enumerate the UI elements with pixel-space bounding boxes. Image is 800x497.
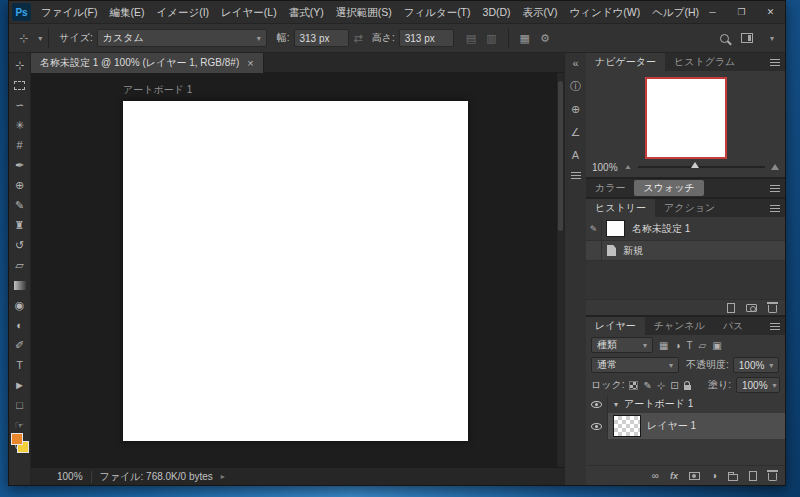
swap-dimensions-icon[interactable]: ⇄ — [354, 32, 363, 45]
layer-filter-dropdown[interactable]: 種類 ▾ — [591, 337, 653, 353]
menu-item-layer[interactable]: レイヤー(L) — [215, 1, 283, 23]
workspace-switcher-icon[interactable] — [741, 33, 753, 43]
straighten-icon[interactable]: ▥ — [486, 32, 496, 45]
type-tool[interactable]: T — [9, 355, 31, 375]
tab-history[interactable]: ヒストリー — [586, 199, 655, 217]
clear-icon[interactable]: ▤ — [466, 32, 476, 45]
navigator-preview[interactable] — [645, 77, 727, 159]
document-tab-close-icon[interactable]: × — [247, 57, 253, 69]
adjustment-layer-icon[interactable]: ◑ — [711, 470, 717, 481]
tab-paths[interactable]: パス — [714, 317, 752, 335]
menu-item-window[interactable]: ウィンドウ(W) — [564, 1, 647, 23]
menu-item-type[interactable]: 書式(Y) — [283, 1, 330, 23]
tab-color[interactable]: カラー — [586, 179, 634, 197]
scrollbar-thumb[interactable] — [558, 81, 563, 231]
tab-channels[interactable]: チャンネル — [645, 317, 714, 335]
blur-tool[interactable]: ◉ — [9, 295, 31, 315]
add-layer-mask-icon[interactable] — [689, 472, 700, 480]
eraser-tool[interactable]: ▱ — [9, 255, 31, 275]
search-icon[interactable] — [720, 34, 729, 43]
menu-item-help[interactable]: ヘルプ(H) — [646, 1, 705, 23]
artboard-visibility-cell[interactable] — [586, 395, 608, 413]
info-panel-icon[interactable]: ⓘ — [570, 80, 581, 92]
artboard-name[interactable]: アートボード 1 — [624, 397, 693, 411]
character-panel-icon[interactable]: A — [572, 149, 579, 161]
filter-type-icon[interactable]: T — [687, 340, 693, 351]
tab-navigator[interactable]: ナビゲーター — [586, 53, 665, 71]
measure-panel-icon[interactable]: ∠ — [571, 126, 581, 138]
layer-style-fx-icon[interactable]: fx — [670, 471, 678, 481]
paragraph-panel-icon[interactable] — [571, 172, 581, 179]
workspace-caret-icon[interactable]: ▾ — [770, 34, 774, 43]
close-button[interactable]: ✕ — [756, 1, 785, 23]
opacity-dropdown[interactable]: 100% ▾ — [733, 357, 779, 373]
lock-artboard-icon[interactable]: ⊡ — [670, 380, 678, 391]
lock-pixels-icon[interactable]: ✎ — [643, 380, 651, 391]
tool-preset-caret-icon[interactable]: ▾ — [38, 34, 42, 43]
tab-layers[interactable]: レイヤー — [586, 317, 645, 335]
slider-thumb[interactable] — [691, 162, 699, 168]
path-selection-tool[interactable]: ► — [9, 375, 31, 395]
history-state-row[interactable]: 新規 — [586, 241, 785, 261]
hand-tool[interactable]: ☞ — [9, 415, 31, 435]
filter-pixel-icon[interactable]: ▦ — [659, 340, 668, 351]
overlay-options-icon[interactable]: ▦ — [520, 32, 530, 45]
width-input[interactable]: 313 px — [294, 29, 349, 47]
maximize-button[interactable]: ❐ — [727, 1, 756, 23]
menu-item-filter[interactable]: フィルター(T) — [398, 1, 477, 23]
navigator-panel-menu-icon[interactable] — [770, 53, 785, 71]
menu-item-3d[interactable]: 3D(D) — [477, 1, 517, 23]
link-layers-icon[interactable]: ∞ — [652, 470, 659, 481]
tab-histogram[interactable]: ヒストグラム — [665, 53, 744, 71]
new-snapshot-icon[interactable] — [746, 304, 757, 312]
new-document-from-state-icon[interactable] — [727, 303, 735, 313]
menu-item-edit[interactable]: 編集(E) — [103, 1, 150, 23]
zoom-in-icon[interactable] — [771, 164, 779, 170]
gradient-tool[interactable] — [9, 275, 31, 295]
filter-smart-object-icon[interactable]: ▣ — [712, 340, 721, 351]
height-input[interactable]: 313 px — [399, 29, 454, 47]
navigator-zoom-value[interactable]: 100% — [592, 162, 618, 173]
eye-icon[interactable] — [591, 401, 602, 408]
artboard-expand-icon[interactable]: ▾ — [614, 400, 618, 409]
minimize-button[interactable]: ─ — [698, 1, 727, 23]
new-group-icon[interactable] — [728, 474, 738, 481]
eye-icon[interactable] — [591, 423, 602, 430]
eyedropper-tool[interactable]: ✒ — [9, 155, 31, 175]
move-tool[interactable]: ⊹ — [9, 55, 31, 75]
quick-selection-tool[interactable]: ✳ — [9, 115, 31, 135]
menu-item-view[interactable]: 表示(V) — [517, 1, 564, 23]
color-sampler-panel-icon[interactable]: ⊕ — [571, 103, 580, 115]
history-panel-menu-icon[interactable] — [770, 199, 785, 217]
filter-adjustment-icon[interactable]: ◑ — [674, 340, 680, 351]
rectangle-tool[interactable]: □ — [9, 395, 31, 415]
artboard-row[interactable]: ▾ アートボード 1 — [586, 395, 785, 413]
rectangular-marquee-tool[interactable] — [9, 75, 31, 95]
status-zoom-value[interactable]: 100% — [57, 471, 83, 482]
menu-item-file[interactable]: ファイル(F) — [35, 1, 103, 23]
brush-tool[interactable]: ✎ — [9, 195, 31, 215]
tab-actions[interactable]: アクション — [655, 199, 724, 217]
lock-all-icon[interactable] — [684, 385, 691, 390]
layer-thumbnail[interactable] — [613, 415, 641, 437]
crop-options-gear-icon[interactable]: ⚙ — [540, 32, 550, 45]
history-brush-source-icon[interactable]: ✎ — [586, 217, 602, 240]
new-layer-icon[interactable] — [749, 471, 757, 481]
expand-panels-icon[interactable]: « — [572, 57, 578, 69]
menu-item-image[interactable]: イメージ(I) — [150, 1, 215, 23]
canvas[interactable] — [123, 101, 468, 441]
history-brush-tool[interactable]: ↺ — [9, 235, 31, 255]
menu-item-select[interactable]: 選択範囲(S) — [330, 1, 398, 23]
tab-swatches[interactable]: スウォッチ — [634, 180, 703, 196]
tool-preset-icon[interactable]: ⊹ — [19, 32, 28, 45]
spot-healing-brush-tool[interactable]: ⊕ — [9, 175, 31, 195]
history-source-cell[interactable] — [586, 241, 602, 260]
vertical-scrollbar[interactable] — [556, 73, 564, 467]
lasso-tool[interactable]: ∽ — [9, 95, 31, 115]
layer-name[interactable]: レイヤー 1 — [647, 419, 696, 433]
layer-row-selected[interactable]: レイヤー 1 — [586, 413, 785, 439]
zoom-out-icon[interactable] — [625, 165, 630, 169]
document-tab[interactable]: 名称未設定 1 @ 100% (レイヤー 1, RGB/8#) × — [31, 53, 264, 73]
status-chevron-icon[interactable]: ▸ — [221, 472, 225, 481]
lock-position-icon[interactable]: ⊹ — [657, 380, 665, 391]
